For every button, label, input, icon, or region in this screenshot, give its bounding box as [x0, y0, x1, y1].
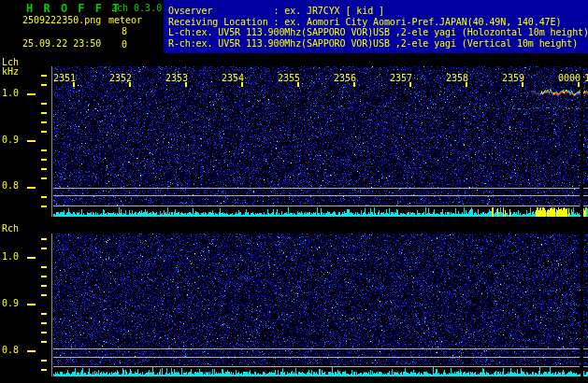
- time-label-partial: 10: [584, 73, 588, 83]
- output-filename: 2509222350.png: [22, 15, 101, 25]
- header-info-block: Ovserver : ex. JR7CYX [ kid ] Receiving …: [164, 0, 588, 53]
- time-label: 2354: [222, 73, 244, 83]
- spectrogram-canvas: [0, 0, 588, 383]
- time-label: 2358: [446, 73, 468, 83]
- lch-freq-label: 0.9: [2, 135, 19, 145]
- mode-label: meteor: [108, 15, 142, 25]
- echo-count-short: 0: [122, 39, 127, 50]
- rch-freq-label: 0.8: [2, 345, 19, 355]
- lch-setup-line: L-ch:ex. UV5R 113.900Mhz(SAPPORO VOR)USB…: [164, 27, 588, 38]
- observer-line: Ovserver : ex. JR7CYX [ kid ]: [164, 6, 588, 17]
- time-label: 2352: [109, 73, 132, 83]
- time-label: 0000: [558, 73, 581, 83]
- hrofft-output: H R O F F T 2ch 0.3.0 2509222350.png met…: [0, 0, 588, 383]
- time-label: 2357: [390, 73, 412, 83]
- time-label: 2355: [278, 73, 300, 83]
- time-label: 2356: [334, 73, 356, 83]
- time-label: 2359: [502, 73, 524, 83]
- app-version: 2ch 0.3.0: [111, 3, 162, 13]
- datetime-label: 25.09.22 23:50: [22, 38, 101, 49]
- echo-count-long: 8: [122, 26, 127, 36]
- rch-panel-label: Rch: [2, 223, 19, 234]
- app-title: H R O F F T: [26, 2, 121, 15]
- khz-unit-label: kHz: [2, 66, 19, 77]
- rch-freq-label: 0.9: [2, 298, 19, 308]
- location-line: Receiving Location : ex. Aomori City Aom…: [164, 17, 588, 28]
- lch-freq-label: 0.8: [2, 180, 19, 191]
- rch-freq-label: 1.0: [2, 251, 19, 262]
- rch-setup-line: R-ch:ex. UV5R 113.900Mhz(SAPPORO VOR)USB…: [164, 38, 588, 50]
- time-label: 2353: [165, 73, 188, 83]
- lch-freq-label: 1.0: [2, 88, 19, 98]
- time-label: 2351: [53, 73, 76, 83]
